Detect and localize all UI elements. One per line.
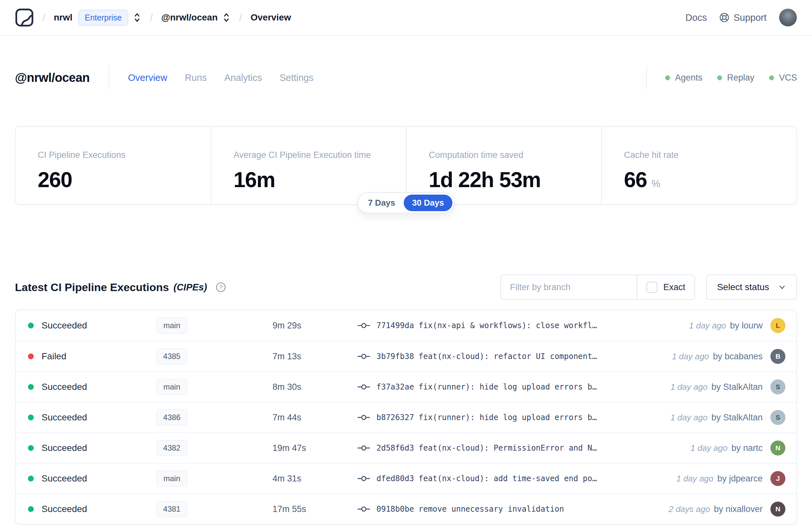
author-avatar[interactable]: S: [770, 379, 785, 394]
service-health: Agents Replay VCS: [665, 73, 797, 83]
commit[interactable]: 3b79fb38feat(nx-cloud): refactor UI comp…: [357, 352, 659, 361]
status-label: Succeeded: [42, 473, 87, 484]
commit[interactable]: f37a32aefix(runner): hide log upload err…: [357, 382, 657, 391]
status-label: Succeeded: [42, 412, 87, 423]
docs-link[interactable]: Docs: [685, 12, 707, 23]
duration: 7m 13s: [273, 351, 357, 362]
range-7-days[interactable]: 7 Days: [359, 195, 404, 211]
author: by jdpearce: [717, 474, 763, 484]
table-row[interactable]: Succeeded 4381 17m 55s 0918b0beremove un…: [16, 494, 796, 524]
svg-text:?: ?: [219, 284, 223, 290]
status-dot: [665, 75, 670, 80]
stat-value: 66: [624, 167, 647, 192]
divider: [646, 65, 647, 90]
author: by nixallover: [714, 504, 763, 514]
status-dot: [28, 476, 34, 481]
author-avatar[interactable]: B: [770, 349, 785, 364]
user-avatar[interactable]: [779, 9, 797, 27]
duration: 17m 55s: [273, 504, 357, 514]
date-range-toggle: 7 Days 30 Days: [357, 192, 455, 213]
table-row[interactable]: Succeeded 4386 7m 44s b8726327fix(runner…: [16, 402, 796, 432]
section-title: Latest CI Pipeline Executions: [15, 281, 169, 294]
project-switcher-icon[interactable]: [222, 12, 231, 23]
cipe-table: Succeeded main 9m 29s 771499dafix(nx-api…: [15, 310, 797, 525]
commit[interactable]: 2d58f6d3feat(nx-cloud): PermissionError …: [357, 444, 677, 452]
table-row[interactable]: Succeeded main 9m 29s 771499dafix(nx-api…: [16, 310, 796, 341]
breadcrumb-project[interactable]: @nrwl/ocean: [161, 12, 218, 23]
branch-badge[interactable]: main: [156, 379, 187, 395]
branch-badge[interactable]: 4386: [156, 409, 187, 425]
commit-message: fix(runner): hide log upload errors b…: [419, 413, 597, 422]
commit-message: fix(nx-api & workflows): close workfl…: [419, 321, 597, 330]
branch-badge[interactable]: main: [156, 470, 187, 487]
support-link[interactable]: Support: [719, 12, 767, 23]
divider: [108, 65, 109, 90]
table-row[interactable]: Succeeded main 4m 31s dfed80d3feat(nx-cl…: [16, 463, 796, 494]
author: by StalkAltan: [711, 382, 763, 392]
table-row[interactable]: Succeeded 4382 19m 47s 2d58f6d3feat(nx-c…: [16, 432, 796, 463]
branch-filter-input[interactable]: [501, 275, 637, 299]
author: by bcabanes: [713, 351, 763, 362]
time-ago: 1 day ago: [670, 382, 707, 392]
tab-overview[interactable]: Overview: [128, 73, 167, 83]
status-dot: [28, 354, 34, 359]
stat-cache-hit-rate: Cache hit rate 66 %: [601, 127, 796, 204]
tab-analytics[interactable]: Analytics: [225, 73, 262, 83]
status-dot: [28, 506, 34, 512]
time-ago: 1 day ago: [670, 412, 707, 423]
tab-settings[interactable]: Settings: [280, 73, 314, 83]
branch-badge[interactable]: 4381: [156, 501, 187, 517]
breadcrumb-org[interactable]: nrwl: [53, 12, 73, 23]
commit[interactable]: b8726327fix(runner): hide log upload err…: [357, 413, 657, 422]
branch-badge[interactable]: main: [156, 317, 187, 334]
tab-runs[interactable]: Runs: [185, 73, 207, 83]
author-avatar[interactable]: N: [770, 440, 785, 455]
breadcrumb-slash: /: [42, 11, 45, 24]
status-dot: [28, 415, 34, 420]
health-agents[interactable]: Agents: [665, 73, 702, 83]
status-dot: [28, 322, 34, 328]
health-vcs[interactable]: VCS: [769, 73, 797, 83]
help-icon[interactable]: ?: [215, 282, 226, 293]
org-switcher-icon[interactable]: [133, 12, 141, 23]
branch-filter-group: Exact: [500, 274, 695, 300]
stats-panel: CI Pipeline Executions 260 Average CI Pi…: [15, 126, 797, 205]
duration: 7m 44s: [273, 412, 357, 423]
table-row[interactable]: Succeeded main 8m 30s f37a32aefix(runner…: [16, 371, 796, 402]
exact-checkbox[interactable]: [646, 282, 657, 293]
status-label: Succeeded: [42, 443, 87, 453]
time-ago: 1 day ago: [676, 474, 713, 484]
workspace-header: @nrwl/ocean Overview Runs Analytics Sett…: [0, 65, 812, 90]
author-avatar[interactable]: J: [770, 471, 785, 486]
table-row[interactable]: Failed 4385 7m 13s 3b79fb38feat(nx-cloud…: [16, 341, 796, 371]
author-avatar[interactable]: L: [770, 318, 785, 333]
stat-ci-pipeline-executions: CI Pipeline Executions 260: [16, 127, 211, 204]
top-navbar: / nrwl Enterprise / @nrwl/ocean / Overvi…: [0, 0, 812, 36]
commit[interactable]: 0918b0beremove unnecessary invalidation: [357, 505, 656, 514]
status-dot: [717, 75, 722, 80]
commit-hash: 0918b0be: [377, 505, 414, 514]
health-replay[interactable]: Replay: [717, 73, 754, 83]
status-label: Succeeded: [42, 382, 87, 392]
time-ago: 1 day ago: [691, 443, 727, 453]
range-30-days[interactable]: 30 Days: [404, 195, 453, 211]
commit-message: feat(nx-cloud): PermissionError and N…: [419, 444, 597, 452]
app-logo-icon[interactable]: [15, 8, 34, 27]
branch-badge[interactable]: 4382: [156, 440, 187, 456]
commit-icon: [357, 445, 370, 452]
time-ago: 1 day ago: [689, 321, 726, 331]
author-avatar[interactable]: S: [770, 410, 785, 425]
commit[interactable]: 771499dafix(nx-api & workflows): close w…: [357, 321, 676, 330]
enterprise-badge: Enterprise: [78, 10, 128, 26]
duration: 4m 31s: [273, 474, 357, 484]
commit-hash: b8726327: [377, 413, 414, 422]
commit[interactable]: dfed80d3feat(nx-cloud): add time-saved e…: [357, 474, 663, 483]
commit-hash: f37a32ae: [377, 382, 414, 391]
stat-value: 1d 22h 53m: [429, 167, 541, 192]
author-avatar[interactable]: N: [770, 501, 785, 516]
author: by lourw: [730, 321, 763, 331]
branch-badge[interactable]: 4385: [156, 348, 187, 364]
stat-value: 260: [38, 167, 72, 192]
duration: 8m 30s: [273, 382, 357, 392]
status-select-dropdown[interactable]: Select status: [706, 274, 797, 300]
